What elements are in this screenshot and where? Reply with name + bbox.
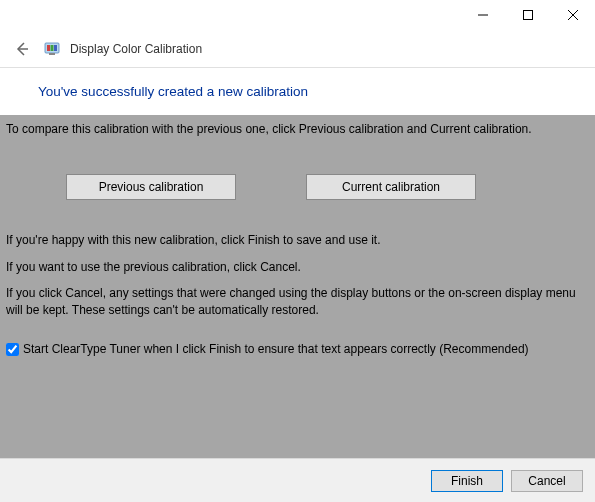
finish-button[interactable]: Finish	[431, 470, 503, 492]
previous-calibration-button[interactable]: Previous calibration	[66, 174, 236, 200]
cancel-warning-text: If you click Cancel, any settings that w…	[6, 285, 589, 319]
cancel-instruction-text: If you want to use the previous calibrat…	[6, 259, 589, 276]
close-button[interactable]	[550, 0, 595, 30]
svg-rect-7	[51, 45, 54, 51]
svg-rect-6	[47, 45, 50, 51]
heading-area: You've successfully created a new calibr…	[0, 68, 595, 115]
svg-rect-1	[523, 11, 532, 20]
titlebar	[0, 0, 595, 30]
page-heading: You've successfully created a new calibr…	[38, 84, 595, 99]
calibration-buttons-row: Previous calibration Current calibration	[6, 148, 589, 232]
cleartype-checkbox-row: Start ClearType Tuner when I click Finis…	[6, 341, 589, 357]
maximize-button[interactable]	[505, 0, 550, 30]
svg-rect-9	[49, 53, 55, 55]
minimize-button[interactable]	[460, 0, 505, 30]
header-bar: Display Color Calibration	[0, 30, 595, 68]
footer-bar: Finish Cancel	[0, 458, 595, 502]
finish-instruction-text: If you're happy with this new calibratio…	[6, 232, 589, 249]
cleartype-checkbox-label[interactable]: Start ClearType Tuner when I click Finis…	[23, 341, 529, 357]
cleartype-checkbox[interactable]	[6, 343, 19, 356]
window-title: Display Color Calibration	[70, 42, 202, 56]
current-calibration-button[interactable]: Current calibration	[306, 174, 476, 200]
compare-instruction-text: To compare this calibration with the pre…	[6, 121, 589, 138]
calibration-icon	[44, 41, 60, 57]
svg-rect-8	[54, 45, 57, 51]
content-area: To compare this calibration with the pre…	[0, 115, 595, 470]
back-button[interactable]	[10, 37, 34, 61]
cancel-button[interactable]: Cancel	[511, 470, 583, 492]
